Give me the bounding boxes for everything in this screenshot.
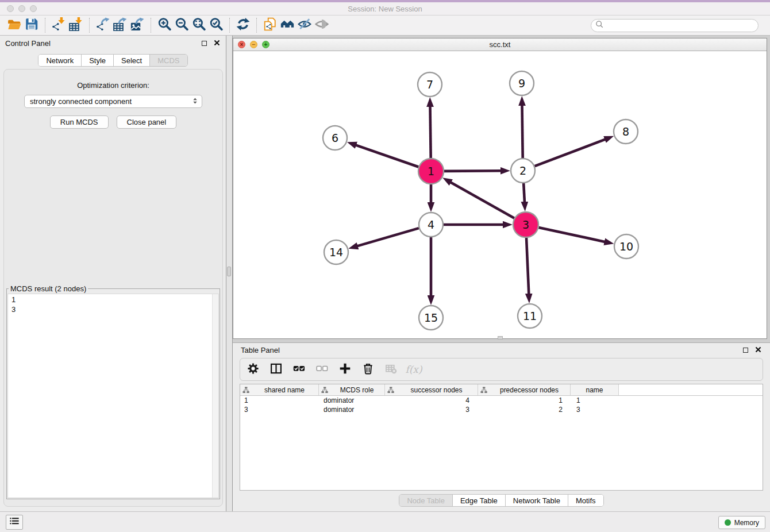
task-history-button[interactable] <box>6 515 23 530</box>
column-header-shared-name[interactable]: shared name <box>240 384 319 395</box>
eye-slash-icon <box>298 17 311 33</box>
tab-select[interactable]: Select <box>114 55 150 66</box>
main-area: Control Panel NetworkStyleSelectMCDS Opt… <box>0 36 770 511</box>
tab-network[interactable]: Network <box>38 55 82 66</box>
close-icon <box>214 39 220 48</box>
cell[interactable]: 3 <box>240 406 319 414</box>
export-table-icon <box>113 17 127 33</box>
node-label-10: 10 <box>619 240 633 253</box>
float-panel-button[interactable] <box>200 39 208 47</box>
delete-table-button <box>384 361 398 377</box>
network-window-titlebar[interactable]: × − + scc.txt <box>233 38 767 51</box>
tab-network-table[interactable]: Network Table <box>506 495 568 506</box>
edge-2-9[interactable] <box>522 105 522 158</box>
panel-splitter[interactable] <box>226 36 233 511</box>
deselect-all-rows-button[interactable] <box>315 361 329 377</box>
network-graph[interactable]: 7968124314101511 <box>233 51 767 338</box>
zoom-selected-button[interactable] <box>207 17 225 33</box>
edge-1-6[interactable] <box>355 145 418 167</box>
add-column-button[interactable] <box>338 361 352 377</box>
export-image-button[interactable] <box>129 17 146 33</box>
delete-column-button[interactable] <box>361 361 375 377</box>
cell[interactable]: 4 <box>385 396 478 404</box>
clone-network-button[interactable] <box>261 17 279 33</box>
home-button[interactable] <box>279 17 296 33</box>
splitter-handle[interactable] <box>227 267 231 276</box>
toolbar-separator <box>229 18 230 33</box>
table-float-button[interactable] <box>741 346 749 354</box>
node-label-4: 4 <box>428 218 434 231</box>
table-toolbar: f(x) <box>240 358 763 381</box>
table-row[interactable]: 3dominator323 <box>240 405 763 414</box>
table-panel-title: Table Panel <box>241 346 737 354</box>
cell[interactable]: dominator <box>319 396 385 404</box>
fx-icon: f(x) <box>405 364 422 375</box>
export-table-button[interactable] <box>111 17 129 33</box>
table-close-button[interactable] <box>754 346 762 354</box>
control-panel-tabs: NetworkStyleSelectMCDS <box>0 54 226 67</box>
column-header-predecessor-nodes[interactable]: predecessor nodes <box>478 384 571 395</box>
network-resize-handle[interactable] <box>498 336 503 340</box>
cell[interactable]: 1 <box>240 396 319 404</box>
edge-3-11[interactable] <box>526 238 529 295</box>
cell[interactable]: 2 <box>478 406 571 414</box>
column-header-name[interactable]: name <box>571 384 619 395</box>
cell[interactable]: 1 <box>478 396 571 404</box>
edge-1-2[interactable] <box>444 171 502 171</box>
criterion-select[interactable]: strongly connected component <box>24 95 202 108</box>
network-canvas[interactable]: 7968124314101511 <box>233 51 767 338</box>
zoom-in-button[interactable] <box>156 17 173 33</box>
search-field[interactable] <box>591 19 759 32</box>
close-icon <box>755 346 761 354</box>
node-label-11: 11 <box>523 310 537 322</box>
eye-gray-icon <box>315 17 329 33</box>
zoom-fit-icon <box>192 17 206 33</box>
cell[interactable]: 3 <box>571 406 619 414</box>
refresh-view-button[interactable] <box>234 17 252 33</box>
node-label-8: 8 <box>622 125 629 138</box>
edge-1-7[interactable] <box>430 106 430 158</box>
edge-4-14[interactable] <box>357 228 419 246</box>
chevron-updown-icon <box>191 97 199 107</box>
zoom-out-button[interactable] <box>173 17 190 33</box>
zoom-fit-button[interactable] <box>190 17 207 33</box>
tab-node-table[interactable]: Node Table <box>399 495 453 506</box>
tab-style[interactable]: Style <box>82 55 114 66</box>
tab-edge-table[interactable]: Edge Table <box>453 495 506 506</box>
cell[interactable]: dominator <box>319 406 385 414</box>
network-title: scc.txt <box>233 40 767 49</box>
node-label-14: 14 <box>329 246 343 259</box>
edge-3-10[interactable] <box>538 228 605 242</box>
import-table-button[interactable] <box>67 17 84 33</box>
toolbar-separator <box>256 18 257 33</box>
edge-2-3[interactable] <box>523 183 525 203</box>
clone-network-icon <box>263 17 277 33</box>
cell[interactable]: 1 <box>571 396 619 404</box>
close-panel-button[interactable] <box>213 39 221 47</box>
zoom-in-icon <box>157 17 171 33</box>
import-network-button[interactable] <box>50 17 67 33</box>
select-all-rows-button[interactable] <box>292 361 306 377</box>
tab-mcds[interactable]: MCDS <box>150 55 187 66</box>
cell[interactable]: 3 <box>385 406 478 414</box>
tab-motifs[interactable]: Motifs <box>568 495 603 506</box>
table-row[interactable]: 1dominator411 <box>240 396 763 405</box>
column-header-MCDS-role[interactable]: MCDS role <box>319 384 385 395</box>
result-scrollbar[interactable] <box>212 294 218 498</box>
memory-button[interactable]: Memory <box>718 516 765 529</box>
deselect-icon <box>316 363 328 377</box>
close-panel-action-button[interactable]: Close panel <box>117 115 177 129</box>
column-options-button[interactable] <box>246 361 260 377</box>
toggle-graphics-details-button[interactable] <box>296 17 313 33</box>
edge-2-8[interactable] <box>535 139 606 166</box>
save-session-button[interactable] <box>23 17 40 33</box>
open-session-button[interactable] <box>6 17 23 33</box>
export-network-button[interactable] <box>94 17 111 33</box>
run-mcds-button[interactable]: Run MCDS <box>50 115 109 129</box>
column-header-successor-nodes[interactable]: successor nodes <box>385 384 478 395</box>
toggle-panel-mode-button[interactable] <box>269 361 283 377</box>
edge-3-1[interactable] <box>450 182 514 218</box>
plus-icon <box>339 363 351 377</box>
search-input[interactable] <box>606 20 754 30</box>
show-hide-button <box>313 17 330 33</box>
